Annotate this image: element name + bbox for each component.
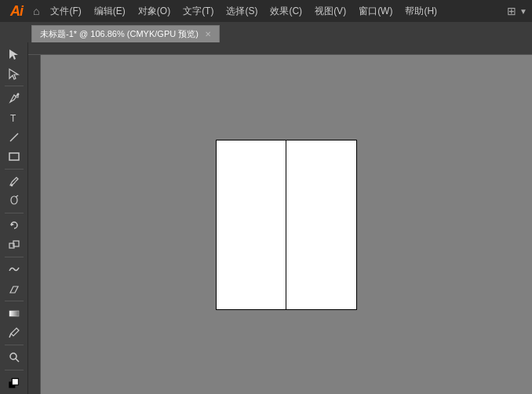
menu-select[interactable]: 选择(S) bbox=[220, 0, 264, 22]
direct-select-tool[interactable] bbox=[3, 65, 25, 83]
svg-marker-0 bbox=[9, 49, 18, 60]
svg-marker-9 bbox=[11, 223, 14, 226]
menu-view[interactable]: 视图(V) bbox=[308, 0, 352, 22]
tab-close-button[interactable]: ✕ bbox=[205, 30, 211, 38]
svg-line-4 bbox=[10, 133, 18, 141]
main-area: T bbox=[0, 42, 532, 394]
svg-line-13 bbox=[9, 334, 11, 337]
artboard-left-panel bbox=[217, 140, 286, 309]
tab-bar: 未标题-1* @ 106.86% (CMYK/GPU 预览) ✕ bbox=[0, 22, 532, 42]
menu-bar: 文件(F) 编辑(E) 对象(O) 文字(T) 选择(S) 效果(C) 视图(V… bbox=[44, 0, 502, 22]
menu-file[interactable]: 文件(F) bbox=[44, 0, 87, 22]
tab-label: 未标题-1* @ 106.86% (CMYK/GPU 预览) bbox=[40, 28, 199, 40]
menu-help[interactable]: 帮助(H) bbox=[399, 0, 443, 22]
type-tool[interactable]: T bbox=[3, 109, 25, 127]
tool-separator-6 bbox=[5, 345, 24, 345]
svg-point-14 bbox=[10, 353, 16, 359]
home-icon[interactable]: ⌂ bbox=[33, 5, 39, 17]
horizontal-ruler bbox=[28, 42, 532, 55]
tool-separator-2 bbox=[5, 169, 24, 170]
svg-line-15 bbox=[16, 359, 19, 362]
svg-line-8 bbox=[16, 195, 18, 197]
fill-stroke-selector[interactable] bbox=[3, 374, 25, 394]
rotate-tool[interactable] bbox=[3, 217, 25, 235]
tool-separator-1 bbox=[5, 86, 24, 86]
tool-separator-5 bbox=[5, 301, 24, 301]
title-bar: Ai ⌂ 文件(F) 编辑(E) 对象(O) 文字(T) 选择(S) 效果(C)… bbox=[0, 0, 532, 22]
dropdown-arrow-icon[interactable]: ▼ bbox=[519, 7, 527, 16]
pen-tool[interactable] bbox=[3, 89, 25, 108]
svg-marker-1 bbox=[9, 69, 18, 79]
tool-separator-7 bbox=[5, 370, 24, 370]
menu-window[interactable]: 窗口(W) bbox=[352, 0, 399, 22]
vertical-ruler bbox=[28, 55, 41, 394]
eraser-tool[interactable] bbox=[3, 279, 25, 297]
tool-separator-4 bbox=[5, 257, 24, 257]
scale-tool[interactable] bbox=[3, 235, 25, 254]
menu-edit[interactable]: 编辑(E) bbox=[88, 0, 132, 22]
svg-point-2 bbox=[16, 93, 19, 96]
warp-tool[interactable] bbox=[3, 261, 25, 279]
view-switcher[interactable]: ⊞ ▼ bbox=[507, 5, 527, 17]
canvas-area[interactable] bbox=[28, 42, 532, 394]
svg-rect-18 bbox=[12, 378, 18, 385]
svg-point-6 bbox=[10, 184, 13, 186]
menu-text[interactable]: 文字(T) bbox=[177, 0, 220, 22]
zoom-tool[interactable] bbox=[3, 348, 25, 367]
svg-rect-12 bbox=[9, 311, 19, 316]
eyedropper-tool[interactable] bbox=[3, 324, 25, 342]
document-tab[interactable]: 未标题-1* @ 106.86% (CMYK/GPU 预览) ✕ bbox=[31, 25, 220, 42]
rectangle-tool[interactable] bbox=[3, 148, 25, 166]
svg-point-7 bbox=[11, 196, 17, 204]
select-tool[interactable] bbox=[3, 46, 25, 64]
artboard-right-panel bbox=[286, 140, 356, 309]
svg-rect-5 bbox=[9, 153, 19, 160]
canvas-background bbox=[41, 55, 532, 394]
paintbrush-tool[interactable] bbox=[3, 173, 25, 191]
grid-view-icon[interactable]: ⊞ bbox=[507, 5, 516, 17]
gradient-tool[interactable] bbox=[3, 305, 25, 323]
menu-effect[interactable]: 效果(C) bbox=[264, 0, 308, 22]
artboard bbox=[216, 140, 357, 310]
menu-object[interactable]: 对象(O) bbox=[132, 0, 177, 22]
line-tool[interactable] bbox=[3, 128, 25, 146]
toolbar: T bbox=[0, 42, 28, 394]
tool-separator-3 bbox=[5, 213, 24, 213]
ai-logo: Ai bbox=[5, 3, 28, 20]
svg-text:T: T bbox=[10, 113, 16, 124]
blob-brush-tool[interactable] bbox=[3, 192, 25, 210]
